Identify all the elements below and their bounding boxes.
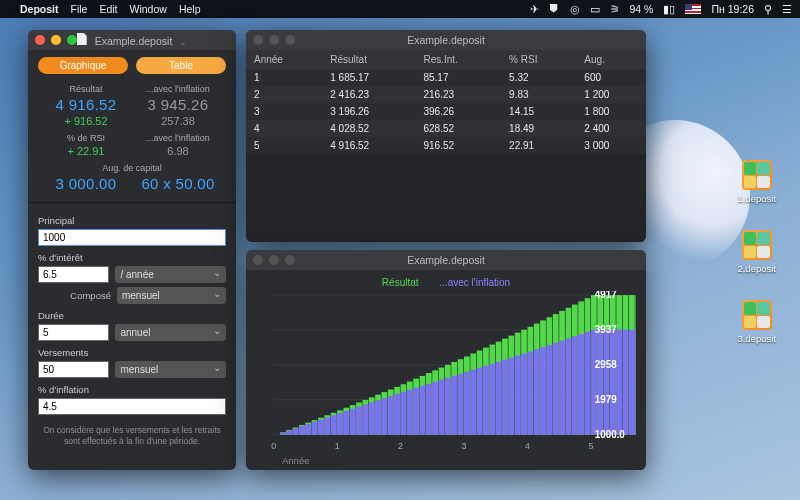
svg-rect-72 <box>483 366 489 435</box>
battery-icon[interactable]: ▮▯ <box>663 3 675 15</box>
input-source-flag-icon[interactable] <box>685 4 701 14</box>
control-center-icon[interactable]: ☰ <box>782 3 792 15</box>
summary-panel: Résultat ...avec l'inflation 4 916.52 3 … <box>28 80 236 198</box>
menu-window[interactable]: Window <box>130 3 167 15</box>
chevron-down-icon[interactable]: ⌄ <box>179 37 187 47</box>
svg-rect-56 <box>432 382 438 435</box>
table-scrollarea[interactable]: AnnéeRésultatRes.Int.% RSIAug. 11 685.17… <box>246 50 646 242</box>
desktop-file[interactable]: 2.deposit <box>737 230 776 274</box>
main-titlebar[interactable]: Example.deposit ⌄ <box>28 30 236 50</box>
principal-input[interactable] <box>38 229 226 246</box>
dropbox-icon[interactable]: ⛊ <box>549 3 560 15</box>
menu-help[interactable]: Help <box>179 3 201 15</box>
svg-text:2958: 2958 <box>595 359 617 370</box>
tab-table[interactable]: Table <box>136 57 226 74</box>
summary-gain-infl: 257.38 <box>132 115 224 127</box>
compound-select[interactable]: mensuel <box>117 287 226 304</box>
table-header-3[interactable]: % RSI <box>501 50 576 69</box>
svg-text:3937: 3937 <box>595 324 617 335</box>
table-cell: 3 <box>246 103 322 120</box>
table-header-4[interactable]: Aug. <box>576 50 646 69</box>
table-row[interactable]: 44 028.52628.5218.492 400 <box>246 120 646 137</box>
svg-rect-92 <box>547 345 553 435</box>
main-window-title: Example.deposit <box>95 35 173 47</box>
summary-result: 4 916.52 <box>40 96 132 113</box>
sync-icon[interactable]: ◎ <box>570 3 580 15</box>
payments-unit-select[interactable]: mensuel <box>115 361 226 378</box>
desktop-file-name: 2.deposit <box>737 263 776 274</box>
svg-rect-108 <box>597 330 603 435</box>
menu-file[interactable]: File <box>71 3 88 15</box>
table-cell: 1 800 <box>576 103 646 120</box>
menu-edit[interactable]: Edit <box>99 3 117 15</box>
payments-input[interactable] <box>38 361 109 378</box>
table-row[interactable]: 33 196.26396.2614.151 800 <box>246 103 646 120</box>
table-cell: 3 000 <box>576 137 646 154</box>
svg-rect-58 <box>439 380 445 435</box>
display-icon[interactable]: ▭ <box>590 3 600 15</box>
table-row[interactable]: 54 916.52916.5222.913 000 <box>246 137 646 154</box>
svg-text:1000.0: 1000.0 <box>595 429 625 440</box>
svg-rect-12 <box>293 428 299 435</box>
svg-rect-68 <box>470 370 476 435</box>
telegram-icon[interactable]: ✈ <box>530 3 539 15</box>
deposit-file-icon <box>742 300 772 330</box>
chart-window: Example.deposit Résultat ...avec l'infla… <box>246 250 646 470</box>
svg-text:5: 5 <box>588 441 593 451</box>
inflation-input[interactable] <box>38 398 226 415</box>
chart-titlebar[interactable]: Example.deposit <box>246 250 646 270</box>
table-row[interactable]: 22 416.23216.239.831 200 <box>246 86 646 103</box>
summary-result-infl: 3 945.26 <box>132 96 224 113</box>
svg-rect-10 <box>286 430 292 434</box>
summary-aug2: 60 x 50.00 <box>132 175 224 192</box>
table-header-1[interactable]: Résultat <box>322 50 415 69</box>
svg-rect-50 <box>413 388 419 435</box>
summary-gain: + 916.52 <box>40 115 132 127</box>
deposit-file-icon <box>742 230 772 260</box>
svg-rect-64 <box>458 374 464 435</box>
svg-rect-74 <box>489 364 495 435</box>
svg-rect-14 <box>299 426 305 435</box>
chart-plot: 1000.01979295839374917012345 <box>256 291 636 453</box>
svg-text:3: 3 <box>462 441 467 451</box>
footnote: On considère que les versements et les r… <box>28 421 236 454</box>
table-cell: 9.83 <box>501 86 576 103</box>
chart-legend: Résultat ...avec l'inflation <box>252 274 640 289</box>
svg-rect-104 <box>585 332 591 435</box>
svg-rect-44 <box>394 394 400 435</box>
interest-input[interactable] <box>38 266 109 283</box>
tab-graph[interactable]: Graphique <box>38 57 128 74</box>
svg-rect-32 <box>356 407 362 435</box>
table-header-2[interactable]: Res.Int. <box>415 50 501 69</box>
payments-label: Versements <box>38 347 226 358</box>
svg-rect-22 <box>324 417 330 434</box>
svg-text:4: 4 <box>525 441 530 451</box>
svg-rect-112 <box>610 330 616 435</box>
table-cell: 14.15 <box>501 103 576 120</box>
interest-unit-select[interactable]: / année <box>115 266 226 283</box>
table-cell: 4 916.52 <box>322 137 415 154</box>
app-menu[interactable]: Deposit <box>20 3 59 15</box>
svg-rect-102 <box>578 334 584 435</box>
svg-rect-86 <box>527 352 533 435</box>
table-cell: 5.32 <box>501 69 576 86</box>
summary-header-infl: ...avec l'inflation <box>132 84 224 94</box>
clock[interactable]: Пн 19:26 <box>711 3 754 15</box>
desktop-file[interactable]: 1.deposit <box>737 160 776 204</box>
battery-label: 94 % <box>630 3 654 15</box>
spotlight-icon[interactable]: ⚲ <box>764 3 772 15</box>
table-row[interactable]: 11 685.1785.175.32600 <box>246 69 646 86</box>
principal-label: Principal <box>38 215 226 226</box>
table-window-title: Example.deposit <box>246 34 646 46</box>
svg-rect-96 <box>559 341 565 435</box>
wifi-icon[interactable]: ⚞ <box>610 3 620 15</box>
duration-unit-select[interactable]: annuel <box>115 324 226 341</box>
table-cell: 916.52 <box>415 137 501 154</box>
table-titlebar[interactable]: Example.deposit <box>246 30 646 50</box>
svg-rect-114 <box>616 330 622 435</box>
chart-xlabel: Année <box>252 453 640 468</box>
table-header-0[interactable]: Année <box>246 50 322 69</box>
legend-series-1: Résultat <box>382 277 419 288</box>
duration-input[interactable] <box>38 324 109 341</box>
desktop-file[interactable]: 3.deposit <box>737 300 776 344</box>
